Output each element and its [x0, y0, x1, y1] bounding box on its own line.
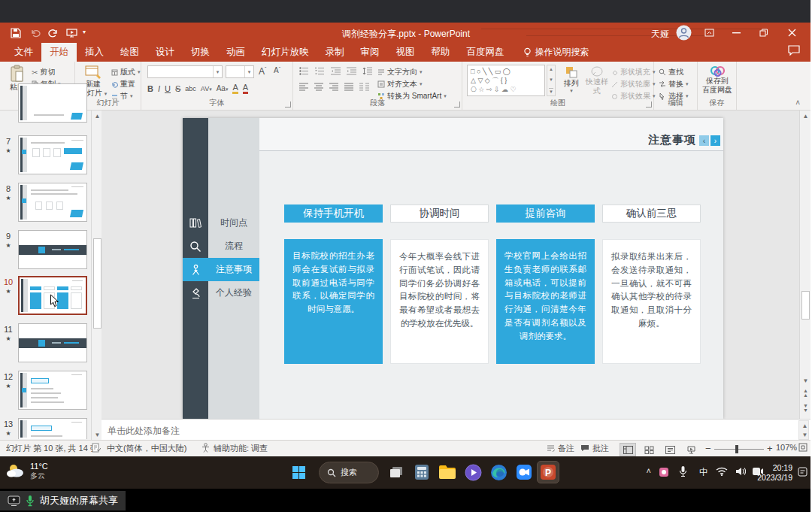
shrink-font-button[interactable]: Aˇ [274, 66, 280, 74]
tab-animations[interactable]: 动画 [218, 43, 253, 62]
tab-home[interactable]: 开始 [41, 43, 77, 62]
column-body-1[interactable]: 目标院校的招生办老师会在复试前与拟录取前通过电话与同学联系，以确定同学的时间与意… [284, 239, 383, 364]
undo-icon[interactable] [27, 26, 44, 41]
timeline-icon[interactable] [183, 211, 208, 235]
slide-nav-item-process[interactable]: 流程 [208, 235, 259, 258]
comments-toggle-button[interactable]: 批注 [580, 443, 609, 454]
font-name-combo[interactable]: ▾ [147, 65, 223, 78]
tell-me-search[interactable]: 操作说明搜索 [523, 43, 589, 62]
scrollbar-thumb[interactable] [801, 291, 810, 320]
qat-customize-icon[interactable]: ▾ [83, 29, 86, 35]
taskbar-search[interactable]: 搜索 [319, 462, 379, 483]
thumbnail-slide-7[interactable] [18, 135, 87, 174]
scrollbar-thumb[interactable] [93, 238, 102, 329]
normal-view-button[interactable] [620, 443, 636, 456]
column-body-3[interactable]: 学校官网上会给出招生负责老师的联系邮箱或电话，可以提前与目标院校的老师进行沟通，… [496, 239, 595, 364]
line-spacing-icon[interactable] [362, 67, 372, 75]
edge-browser-icon[interactable] [487, 461, 510, 483]
close-button[interactable] [780, 23, 803, 43]
layout-button[interactable]: 版式 ▾ [111, 67, 141, 77]
tab-record[interactable]: 录制 [317, 43, 353, 62]
thumbnail-slide-9[interactable] [18, 230, 87, 269]
tab-design[interactable]: 设计 [147, 43, 183, 62]
next-slide-button[interactable]: ▼▼ [800, 404, 811, 413]
tab-baidu-netdisk[interactable]: 百度网盘 [459, 43, 513, 62]
tab-transitions[interactable]: 切换 [183, 43, 218, 62]
notes-placeholder[interactable]: 单击此处添加备注 [108, 425, 180, 438]
zoom-out-button[interactable]: − [705, 443, 711, 454]
slide-position[interactable]: 幻灯片 第 10 张, 共 14 张 [6, 443, 98, 454]
save-to-netdisk-button[interactable]: 保存到 百度网盘 [701, 65, 734, 94]
media-player-app-icon[interactable] [462, 461, 484, 483]
column-header-1[interactable]: 保持手机开机 [284, 204, 383, 223]
thumbnail-scrollbar[interactable]: ▲ ▼ [91, 111, 102, 440]
numbering-icon[interactable] [315, 67, 325, 75]
attention-person-icon[interactable] [183, 258, 208, 281]
start-presentation-icon[interactable] [63, 26, 80, 41]
strikethrough-button[interactable]: S [175, 84, 180, 93]
accessibility-icon[interactable] [201, 443, 210, 453]
bullets-icon[interactable] [299, 67, 309, 75]
calculator-app-icon[interactable] [411, 461, 433, 483]
screen-share-banner[interactable]: 胡天娅的屏幕共享 [0, 491, 126, 510]
slide-canvas[interactable]: 时间点 流程 注意事项 个人经验 注意事项 ‹ › 保持手机开机 协调时间 提前… [183, 118, 723, 419]
paragraph-dialog-launcher[interactable] [454, 101, 460, 108]
font-dialog-launcher[interactable] [285, 101, 291, 108]
shape-fill-button[interactable]: 形状填充 ▾ [611, 67, 656, 77]
prev-page-arrow[interactable]: ‹ [699, 135, 709, 146]
shapes-gallery-scroll[interactable]: ▲ ▼ ▼ [547, 65, 556, 96]
spell-check-icon[interactable] [92, 443, 101, 453]
scroll-up-icon[interactable]: ▲ [800, 111, 811, 121]
tray-app-icon[interactable] [659, 467, 669, 477]
scroll-down-icon[interactable]: ▼ [549, 77, 553, 82]
minimize-button[interactable] [725, 23, 747, 43]
slide-nav-item-experience[interactable]: 个人经验 [208, 281, 259, 304]
notes-pane[interactable]: 单击此处添加备注 ▲ ▼ [102, 419, 810, 440]
thumbnail-slide-6[interactable] [18, 83, 87, 123]
font-name-input[interactable] [148, 68, 211, 76]
grow-font-button[interactable]: Aˆ [259, 66, 266, 77]
decrease-indent-icon[interactable] [331, 67, 341, 75]
tab-insert[interactable]: 插入 [77, 43, 112, 62]
wifi-icon[interactable] [716, 467, 728, 476]
process-search-icon[interactable] [183, 235, 208, 258]
highlight-button[interactable]: A [232, 83, 238, 94]
task-view-button[interactable] [385, 461, 408, 483]
tab-draw[interactable]: 绘图 [112, 43, 147, 62]
previous-slide-button[interactable]: ▲▲ [800, 389, 811, 398]
slide-page-title[interactable]: 注意事项 [648, 133, 696, 147]
drawing-dialog-launcher[interactable] [646, 101, 652, 108]
ribbon-display-options-icon[interactable] [698, 23, 720, 43]
experience-scope-icon[interactable] [183, 281, 208, 304]
weather-widget[interactable]: 11°C 多云 [6, 462, 48, 480]
column-header-4[interactable]: 确认前三思 [602, 204, 701, 223]
tab-help[interactable]: 帮助 [423, 43, 459, 62]
redo-icon[interactable] [45, 26, 62, 41]
font-color-button[interactable]: A [243, 83, 248, 94]
notes-toggle-button[interactable]: 备注 [547, 443, 574, 454]
account-name[interactable]: 天娅 [651, 28, 669, 41]
slide-nav-item-precautions[interactable]: 注意事项 [208, 258, 259, 281]
shape-outline-button[interactable]: 形状轮廓 ▾ [611, 79, 656, 89]
scroll-up-icon[interactable]: ▲ [799, 421, 810, 430]
zoom-slider-track[interactable] [714, 449, 764, 450]
underline-button[interactable]: U [165, 84, 171, 93]
font-size-input[interactable] [226, 68, 243, 76]
quick-styles-button[interactable]: 快速样式 [584, 65, 610, 95]
tray-expand-icon[interactable]: ˄ [647, 466, 651, 475]
align-text-button[interactable]: 对齐文本 ▾ [377, 79, 423, 89]
clock-widget[interactable]: 20:19 2023/3/19 [757, 463, 792, 483]
chevron-down-icon[interactable]: ▾ [213, 66, 222, 77]
align-center-icon[interactable] [314, 83, 323, 91]
increase-indent-icon[interactable] [347, 67, 356, 75]
arrange-button[interactable]: 排列 ▾ [560, 65, 583, 94]
align-left-icon[interactable] [299, 83, 308, 91]
replace-button[interactable]: 替换 ▾ [659, 79, 689, 89]
column-body-2[interactable]: 今年大概率会线下进行面试笔试，因此请同学们务必协调好各目标院校的时间，将最有希望… [390, 239, 489, 364]
language-indicator[interactable]: 中文(简体，中国大陆) [107, 443, 186, 454]
change-case-button[interactable]: Aa▾ [217, 84, 229, 92]
zoom-level[interactable]: 107% [776, 443, 797, 452]
reset-button[interactable]: 重置 [111, 79, 135, 89]
thumbnail-slide-12[interactable] [18, 371, 87, 410]
meeting-app-icon[interactable] [513, 461, 535, 483]
